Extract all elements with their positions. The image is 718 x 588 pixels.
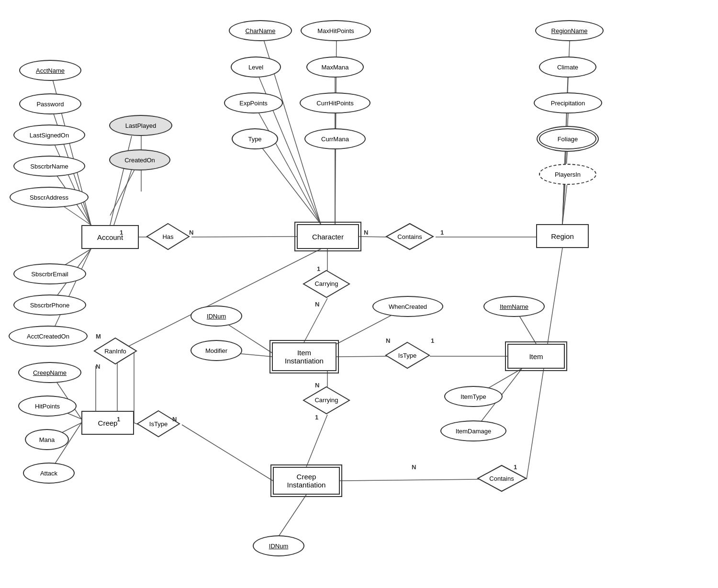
regionname-ellipse: RegionName	[535, 20, 604, 41]
modifier-ellipse: Modifier	[191, 340, 242, 361]
itemdamage-ellipse: ItemDamage	[440, 420, 506, 441]
card-contains-creep-n: N	[412, 464, 416, 471]
region-entity: Region	[536, 224, 589, 248]
svg-line-7	[50, 249, 91, 336]
svg-line-19	[255, 139, 321, 224]
svg-line-2	[50, 135, 91, 225]
createdon-label: CreatedOn	[124, 157, 155, 164]
creep-entity: Creep	[81, 411, 134, 435]
foliage-ellipse: Foliage	[539, 128, 596, 149]
currhitpoints-label: CurrHitPoints	[316, 100, 353, 107]
password-ellipse: Password	[19, 93, 81, 114]
svg-line-10	[110, 136, 132, 225]
playersin-ellipse: PlayersIn	[539, 164, 596, 185]
svg-line-51	[182, 425, 273, 481]
svg-line-14	[359, 237, 388, 237]
lastsignedon-label: LastSignedOn	[30, 132, 69, 139]
sbscrbr-phone-label: SbscrbrPhone	[30, 302, 69, 309]
password-label: Password	[36, 101, 64, 108]
precipitation-label: Precipitation	[551, 100, 585, 107]
level-ellipse: Level	[231, 57, 281, 78]
contains-region-diamond: Contains	[385, 223, 434, 250]
svg-text:IsType: IsType	[398, 352, 416, 359]
card-istype-creep-1: 1	[117, 416, 120, 423]
idnum-creep-ellipse: IDNum	[253, 535, 304, 556]
itemtype-ellipse: ItemType	[444, 386, 503, 407]
currmana-ellipse: CurrMana	[304, 128, 366, 149]
idnum-item-label: IDNum	[207, 313, 226, 320]
creep-instantiation-label: Creep Instantiation	[287, 473, 326, 489]
card-carrying-bottom-n: N	[315, 382, 319, 389]
hitpoints-ellipse: HitPoints	[18, 396, 77, 417]
card-raninfo-n: N	[96, 363, 100, 370]
foliage-label: Foliage	[558, 136, 578, 143]
itemname-label: ItemName	[500, 303, 528, 310]
whencreated-label: WhenCreated	[389, 303, 427, 310]
er-lines	[0, 0, 718, 588]
exppoints-ellipse: ExpPoints	[224, 92, 283, 113]
carrying-top-diamond: Carrying	[303, 270, 350, 298]
svg-text:Contains: Contains	[397, 233, 422, 240]
sbscrbrname-label: SbscrbrName	[30, 163, 68, 170]
acctname-ellipse: AcctName	[19, 60, 81, 81]
idnum-creep-label: IDNum	[269, 543, 288, 550]
istype-item-diamond: IsType	[385, 341, 430, 369]
card-istype-item: 1	[431, 337, 434, 344]
card-account-has: 1	[120, 229, 123, 236]
acct-created-label: AcctCreatedOn	[27, 333, 69, 340]
has-diamond: Has	[146, 223, 190, 250]
svg-text:Has: Has	[162, 233, 174, 240]
currhitpoints-ellipse: CurrHitPoints	[300, 92, 370, 113]
card-raninfo-m: M	[96, 333, 101, 340]
region-label: Region	[551, 232, 574, 240]
exppoints-label: ExpPoints	[239, 100, 268, 107]
sbscrbr-email-label: SbscrbrEmail	[31, 271, 68, 278]
svg-text:RanInfo: RanInfo	[104, 348, 126, 355]
maxhitpoints-label: MaxHitPoints	[317, 27, 354, 34]
charname-label: CharName	[246, 27, 276, 34]
account-entity: Account	[81, 225, 139, 249]
card-carrying-bottom-1: 1	[315, 414, 318, 421]
sbscrbraddress-label: SbscrAddress	[30, 194, 68, 201]
card-contains-region: 1	[440, 229, 444, 236]
card-contains-creep-1: 1	[514, 464, 517, 471]
svg-text:Contains: Contains	[489, 475, 514, 482]
attack-ellipse: Attack	[23, 463, 75, 484]
creep-instantiation-entity: Creep Instantiation	[273, 467, 340, 495]
charname-ellipse: CharName	[229, 20, 292, 41]
item-entity: Item	[507, 344, 565, 369]
svg-line-52	[279, 495, 306, 536]
level-label: Level	[248, 64, 263, 71]
svg-line-18	[254, 104, 321, 224]
account-label: Account	[97, 233, 123, 241]
type-char-ellipse: Type	[232, 128, 278, 149]
sbscrbr-email-ellipse: SbscrbrEmail	[13, 263, 86, 284]
istype-creep-diamond: IsType	[136, 410, 180, 438]
itemdamage-label: ItemDamage	[456, 428, 491, 435]
creepname-label: CreepName	[33, 369, 67, 376]
acct-created-ellipse: AcctCreatedOn	[9, 326, 88, 347]
svg-line-53	[340, 479, 479, 481]
regionname-label: RegionName	[551, 27, 588, 34]
lastsignedon-ellipse: LastSignedOn	[13, 124, 85, 146]
sbscrbr-phone-ellipse: SbscrbrPhone	[13, 294, 86, 316]
type-char-label: Type	[248, 136, 261, 143]
card-istype-item-inst: N	[386, 337, 390, 344]
precipitation-ellipse: Precipitation	[534, 92, 602, 113]
climate-label: Climate	[557, 64, 578, 71]
card-carrying-top-item: N	[315, 301, 319, 308]
card-character-contains: N	[364, 229, 368, 236]
svg-line-13	[191, 237, 297, 237]
svg-line-44	[117, 249, 321, 352]
whencreated-ellipse: WhenCreated	[372, 296, 443, 317]
climate-ellipse: Climate	[539, 57, 596, 78]
mana-creep-ellipse: Mana	[25, 429, 69, 450]
createdon-ellipse: CreatedOn	[109, 149, 170, 170]
card-istype-creep-n: N	[172, 416, 177, 423]
maxmana-ellipse: MaxMana	[306, 57, 364, 78]
sbscrbrname-ellipse: SbscrbrName	[13, 156, 85, 177]
svg-line-40	[306, 415, 327, 467]
carrying-bottom-diamond: Carrying	[303, 386, 350, 415]
er-diagram: Account Character Region Item Item Insta…	[0, 0, 718, 588]
maxmana-label: MaxMana	[321, 64, 348, 71]
